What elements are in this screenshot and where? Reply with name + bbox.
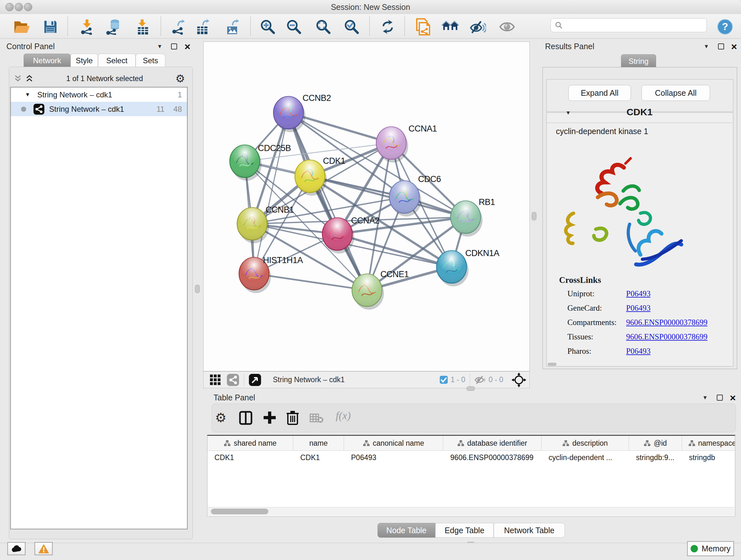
crosslink-tissues-link[interactable]: 9606.ENSP00000378699 [626,332,708,341]
node-CCNB1[interactable]: CCNB1 [237,205,294,243]
table-cell[interactable]: CDK1 [207,453,293,462]
column-header-namespace[interactable]: namespace [682,436,735,450]
open-session-icon[interactable] [11,18,32,36]
delete-table-icon[interactable] [310,413,324,423]
table-settings-gear-icon[interactable]: ⚙ [215,410,226,425]
bottom-splitter-handle[interactable] [467,386,475,391]
tree-expand-icon[interactable]: ▼ [25,91,30,98]
scrollbar-thumb[interactable] [211,509,268,514]
table-panel-float-icon[interactable] [717,395,723,401]
results-panel-menu-icon[interactable]: ▼ [704,44,709,50]
tab-network-table[interactable]: Network Table [494,523,565,538]
table-cell[interactable]: P06493 [344,453,443,462]
import-table-from-file-icon[interactable] [132,18,153,36]
add-column-icon[interactable] [262,410,277,425]
control-panel-close-icon[interactable]: × [185,44,191,50]
crosslink-compartments-link[interactable]: 9606.ENSP00000378699 [626,318,708,327]
tab-network[interactable]: Network [23,54,71,67]
zoom-in-icon[interactable] [258,18,278,36]
node-CDKN1A[interactable]: CDKN1A [436,248,499,287]
show-all-icon[interactable] [497,18,517,36]
crosslink-uniprot-link[interactable]: P06493 [626,289,650,298]
results-panel-float-icon[interactable] [718,44,724,50]
collapse-all-button[interactable]: Collapse All [642,85,710,101]
column-header-database-identifier[interactable]: database identifier [443,436,542,450]
column-header-name[interactable]: name [293,436,344,450]
import-network-from-file-icon[interactable] [77,18,97,36]
network-tree-child-row[interactable]: String Network – cdk1 11 48 [11,102,187,116]
export-table-icon[interactable] [193,18,213,36]
network-tree-root-row[interactable]: ▼ String Network – cdk1 1 [11,87,187,102]
cloud-status-button[interactable] [7,542,25,555]
help-icon[interactable]: ? [715,18,735,36]
tab-select[interactable]: Select [98,54,136,67]
control-panel-menu-icon[interactable]: ▼ [157,44,162,50]
table-cell[interactable]: stringdb [682,453,735,462]
birds-eye-view-icon[interactable] [209,374,221,386]
show-columns-icon[interactable] [239,411,253,425]
collapse-all-icon[interactable] [13,75,22,82]
edge-CDK1-RB1[interactable] [310,176,466,217]
network-graph[interactable]: CCNB2CCNA1CDC25BCDK1CDC6RB1CCNB1CCNA2CDK… [204,42,529,371]
node-CCNA2[interactable]: CCNA2 [322,216,380,253]
memory-button[interactable]: Memory [687,541,734,556]
table-cell[interactable]: 9606.ENSP00000378699 [443,453,542,462]
crosslink-pharos-link[interactable]: P06493 [626,347,650,356]
node-CCNA1[interactable]: CCNA1 [376,124,437,163]
new-network-from-selection-icon[interactable] [413,18,433,36]
node-CCNE1[interactable]: CCNE1 [352,269,409,310]
warning-status-button[interactable] [35,542,53,555]
node-CDC25B[interactable]: CDC25B [230,143,291,181]
left-splitter-handle[interactable] [195,285,200,293]
hidden-eye-icon[interactable] [475,375,486,384]
refresh-icon[interactable] [378,18,398,36]
node-CDC6[interactable]: CDC6 [389,174,441,216]
center-view-crosshair-icon[interactable] [512,373,526,387]
table-cell[interactable]: cyclin-dependent ... [542,453,629,462]
search-input[interactable] [563,21,698,30]
tab-sets[interactable]: Sets [136,54,165,67]
first-neighbors-icon[interactable] [440,18,461,36]
fit-content-icon[interactable] [313,18,333,36]
control-panel-float-icon[interactable] [171,44,177,50]
edge-CCNB2-HIST1H1A[interactable] [254,113,288,273]
delete-column-trash-icon[interactable] [286,410,299,426]
edge-HIST1H1A-CCNE1[interactable] [254,273,367,290]
results-panel-close-icon[interactable]: × [731,44,737,50]
column-header-description[interactable]: description [542,436,629,450]
selected-checkbox-icon[interactable] [440,375,448,384]
tab-style[interactable]: Style [71,54,98,67]
import-network-from-database-icon[interactable] [103,18,124,36]
results-scrollbar-thumb[interactable] [548,363,556,366]
export-image-icon[interactable] [222,18,243,36]
save-session-icon[interactable] [40,18,61,36]
node-RB1[interactable]: RB1 [451,197,495,237]
search-box[interactable] [550,18,707,32]
table-horizontal-scrollbar[interactable] [208,507,735,516]
column-header-shared-name[interactable]: shared name [207,436,293,450]
table-panel-close-icon[interactable]: × [730,395,736,401]
column-header--id[interactable]: @id [629,436,682,450]
column-header-canonical-name[interactable]: canonical name [344,436,443,450]
table-row[interactable]: CDK1CDK1P064939606.ENSP00000378699cyclin… [207,451,735,464]
open-in-window-icon[interactable] [249,374,261,386]
network-view-canvas[interactable]: CCNB2CCNA1CDC25BCDK1CDC6RB1CCNB1CCNA2CDK… [203,42,530,371]
zoom-out-icon[interactable] [284,18,304,36]
expand-all-button[interactable]: Expand All [568,85,631,101]
tab-node-table[interactable]: Node Table [378,523,435,538]
table-cell[interactable]: CDK1 [293,453,344,462]
node-CCNB2[interactable]: CCNB2 [273,93,331,132]
crosslink-genecard-link[interactable]: P06493 [626,304,650,313]
expand-all-icon[interactable] [25,75,34,82]
network-overview-share-icon[interactable] [226,374,239,386]
tab-edge-table[interactable]: Edge Table [435,523,494,538]
table-cell[interactable]: stringdb:9... [629,453,682,462]
right-splitter-handle[interactable] [532,212,536,220]
zoom-selected-icon[interactable] [341,18,362,36]
export-network-icon[interactable] [168,18,188,36]
tab-string[interactable]: String [621,54,656,68]
node-HIST1H1A[interactable]: HIST1H1A [239,255,303,293]
table-panel-menu-icon[interactable]: ▼ [702,395,708,401]
function-builder-icon[interactable]: f(x) [336,410,351,422]
network-options-gear-icon[interactable]: ⚙ [176,72,185,85]
